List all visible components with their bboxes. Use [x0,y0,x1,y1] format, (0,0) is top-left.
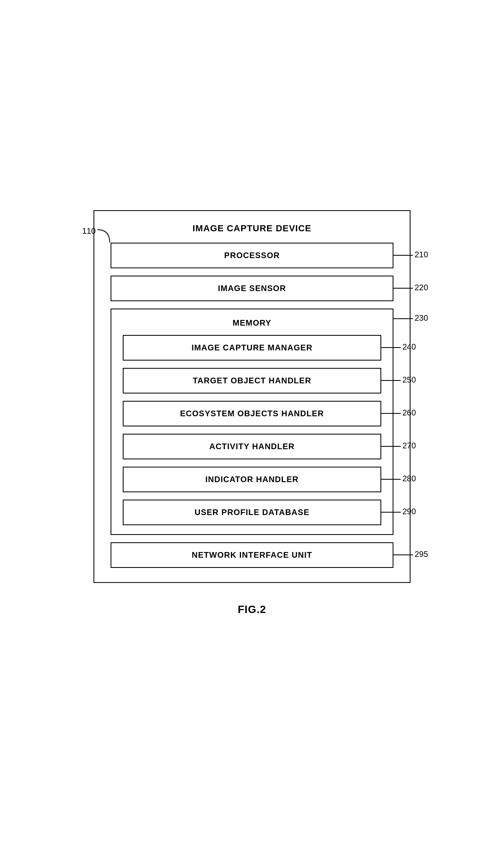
memory-ref-line: 230 [393,318,420,319]
diagram-area: 110 IMAGE CAPTURE DEVICE PROCESSOR 210 I… [93,210,411,616]
figure-label: FIG.2 [93,603,411,616]
page: 110 IMAGE CAPTURE DEVICE PROCESSOR 210 I… [0,0,504,850]
toh-ref-text: 250 [402,375,416,384]
image-capture-manager-ref-line: 240 [380,347,408,348]
ah-ref-text: 270 [402,441,416,450]
outer-device-box: IMAGE CAPTURE DEVICE PROCESSOR 210 IMAGE… [93,210,411,583]
activity-handler-box: ACTIVITY HANDLER 270 [123,434,381,459]
image-sensor-label: IMAGE SENSOR [218,284,286,293]
niu-ref-text: 295 [415,550,428,559]
image-sensor-box: IMAGE SENSOR 220 [111,276,393,301]
ecosystem-objects-handler-label: ECOSYSTEM OBJECTS HANDLER [180,409,324,418]
toh-ref-line: 250 [380,380,408,381]
indicator-handler-label: INDICATOR HANDLER [205,475,299,484]
indicator-handler-box: INDICATOR HANDLER 280 [123,467,381,492]
niu-ref-line: 295 [393,554,420,555]
upd-ref-line: 290 [380,512,408,513]
ah-ref-line: 270 [380,446,408,447]
outer-title: IMAGE CAPTURE DEVICE [111,223,393,234]
upd-ref-text: 290 [402,507,416,516]
image-capture-manager-label: IMAGE CAPTURE MANAGER [191,343,313,352]
processor-box: PROCESSOR 210 [111,243,393,268]
activity-handler-label: ACTIVITY HANDLER [209,442,295,451]
ecosystem-objects-handler-box: ECOSYSTEM OBJECTS HANDLER 260 [123,401,381,426]
processor-ref-text: 210 [415,250,428,259]
user-profile-database-box: USER PROFILE DATABASE 290 [123,500,381,525]
ih-ref-text: 280 [402,474,416,483]
image-sensor-ref-line: 220 [393,288,420,289]
network-interface-unit-box: NETWORK INTERFACE UNIT 295 [111,542,393,568]
memory-ref-text: 230 [415,313,428,322]
ih-ref-line: 280 [380,479,408,480]
icm-ref-text: 240 [402,342,416,351]
image-sensor-ref-text: 220 [415,283,428,292]
memory-title: MEMORY [123,318,381,328]
target-object-handler-box: TARGET OBJECT HANDLER 250 [123,368,381,393]
network-interface-unit-label: NETWORK INTERFACE UNIT [192,550,312,559]
processor-label: PROCESSOR [224,251,280,260]
eoh-ref-line: 260 [380,413,408,414]
eoh-ref-text: 260 [402,408,416,417]
memory-box: MEMORY 230 IMAGE CAPTURE MANAGER 240 [111,309,393,535]
target-object-handler-label: TARGET OBJECT HANDLER [193,376,311,385]
user-profile-database-label: USER PROFILE DATABASE [195,508,310,517]
image-capture-manager-box: IMAGE CAPTURE MANAGER 240 [123,335,381,361]
processor-ref-line: 210 [393,255,420,256]
